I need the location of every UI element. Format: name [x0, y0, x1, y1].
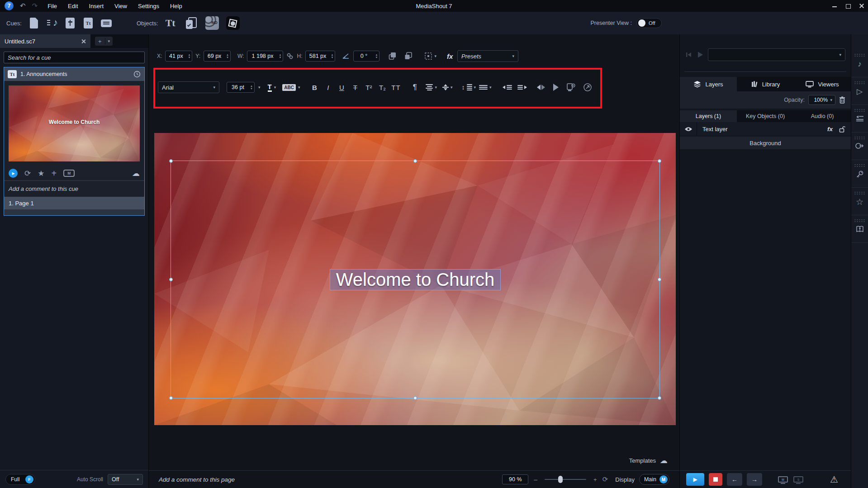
next-slide-button[interactable]: →	[747, 473, 762, 486]
resize-handle-bottom-right[interactable]	[658, 396, 661, 400]
cue-add-icon[interactable]: +	[52, 168, 57, 179]
menu-file[interactable]: File	[47, 3, 57, 9]
h-spinner[interactable]: ▲▼	[330, 54, 335, 59]
resize-handle-top-center[interactable]	[413, 159, 417, 163]
undo-icon[interactable]: ↶	[20, 2, 26, 10]
superscript-button[interactable]: T²	[363, 81, 374, 93]
templates-button[interactable]: Templates ☁	[629, 456, 668, 465]
unlock-icon[interactable]	[839, 126, 845, 133]
selection-mode-button[interactable]: ▾	[424, 52, 436, 60]
flip-horizontal-button[interactable]	[537, 85, 545, 90]
font-family-select[interactable]: Arial ▾	[158, 81, 219, 93]
dock-audio-panel[interactable]: ♪	[851, 50, 868, 77]
outdent-button[interactable]	[503, 85, 512, 90]
presets-select[interactable]: Presets ▾	[457, 50, 518, 62]
refresh-zoom-icon[interactable]: ⟳	[602, 475, 608, 483]
font-size-dropdown-icon[interactable]: ▾	[258, 85, 261, 90]
dock-playlist-panel[interactable]	[851, 105, 868, 133]
new-script-button[interactable]: + ▾	[95, 37, 113, 46]
layer-fx-button[interactable]: fx	[827, 126, 833, 133]
close-tab-icon[interactable]	[81, 39, 86, 44]
bold-button[interactable]: B	[309, 81, 320, 93]
tab-layers[interactable]: Layers	[680, 77, 737, 91]
resize-handle-bottom-center[interactable]	[413, 396, 417, 400]
rotation-spinner[interactable]: ▲▼	[374, 54, 379, 59]
font-size-spinner[interactable]: ▲▼	[249, 85, 254, 90]
drag-grip[interactable]	[854, 53, 866, 57]
link-dimensions-icon[interactable]	[286, 52, 294, 60]
all-caps-button[interactable]: TT	[390, 81, 401, 93]
stop-button[interactable]	[709, 473, 722, 486]
resize-handle-top-left[interactable]	[169, 159, 173, 163]
cue-favorite-icon[interactable]: ★	[38, 169, 44, 178]
display-target-select[interactable]: Main M	[639, 474, 669, 485]
cue-thumbnail[interactable]: Welcome to Church	[9, 85, 140, 161]
menu-edit[interactable]: Edit	[68, 3, 78, 9]
fire-slide-button[interactable]: ▶	[686, 473, 704, 486]
flip-vertical-button[interactable]	[553, 84, 559, 91]
opacity-select[interactable]: 100% ▾	[808, 95, 835, 105]
resize-handle-bottom-left[interactable]	[169, 396, 173, 400]
menu-help[interactable]: Help	[170, 3, 182, 9]
add-comment-cue-button[interactable]	[100, 15, 113, 31]
resize-handle-middle-right[interactable]	[658, 278, 661, 281]
add-media-object-button[interactable]	[226, 15, 240, 31]
layer-visibility-toggle[interactable]	[680, 122, 697, 136]
add-audio-cue-button[interactable]: ♪	[45, 15, 59, 31]
font-size-input[interactable]: 36 pt ▲▼	[227, 82, 255, 93]
drag-grip[interactable]	[854, 136, 866, 139]
w-input[interactable]: 1 198 px ▲▼	[247, 51, 283, 62]
minimize-button[interactable]	[832, 3, 837, 9]
subtab-layers[interactable]: Layers (1)	[680, 110, 737, 122]
drag-grip[interactable]	[854, 164, 866, 167]
italic-button[interactable]: I	[323, 81, 333, 93]
line-spacing-button[interactable]: ↕ ▾	[462, 84, 476, 91]
warning-icon[interactable]: ⚠	[830, 474, 838, 485]
dock-play-panel[interactable]: ▷	[851, 77, 868, 105]
subtab-key-objects[interactable]: Key Objects (0)	[737, 110, 794, 122]
dock-link-panel[interactable]	[851, 133, 868, 160]
h-input[interactable]: 581 px ▲▼	[305, 51, 335, 62]
add-object-stack-button[interactable]	[185, 15, 198, 31]
drag-grip[interactable]	[854, 191, 866, 194]
add-text-cue-button[interactable]: Tt	[81, 15, 95, 31]
underline-button[interactable]: U	[336, 81, 347, 93]
highlight-color-button[interactable]: ABC ▾	[282, 84, 300, 91]
cue-search-input[interactable]	[4, 52, 145, 63]
bring-forward-icon[interactable]	[388, 52, 397, 61]
slider-thumb[interactable]	[558, 476, 563, 483]
cue-item-announcements[interactable]: Tt 1. Announcements	[4, 67, 145, 216]
stage-display-toggle[interactable]: S	[793, 475, 804, 484]
cue-page-item[interactable]: 1. Page 1	[4, 197, 144, 209]
list-button[interactable]: ▾	[481, 85, 492, 90]
zoom-slider[interactable]	[545, 476, 586, 483]
rotation-input[interactable]: 0 ° ▲▼	[353, 51, 379, 62]
paragraph-marks-button[interactable]: ¶	[409, 81, 420, 93]
plus-icon[interactable]: +	[95, 38, 105, 45]
text-align-button[interactable]: ▾	[426, 84, 437, 90]
zoom-out-button[interactable]: –	[534, 476, 537, 483]
full-screen-toggle[interactable]: Full F	[5, 474, 35, 485]
delete-layer-icon[interactable]	[839, 96, 845, 104]
page-comment-field[interactable]: Add a comment to this page	[159, 476, 235, 483]
menu-view[interactable]: View	[114, 3, 127, 9]
tab-viewers[interactable]: Viewers	[794, 77, 851, 91]
y-input[interactable]: 69 px ▲▼	[204, 51, 231, 62]
resize-handle-top-right[interactable]	[658, 159, 661, 163]
add-text-object-button[interactable]: Tt	[164, 15, 177, 31]
send-backward-icon[interactable]	[404, 52, 413, 61]
new-script-dropdown-icon[interactable]: ▾	[105, 39, 113, 43]
cue-comment-field[interactable]: Add a comment to this cue	[4, 180, 144, 197]
cue-play-button[interactable]: ▶	[9, 169, 18, 178]
play-transition-icon[interactable]	[696, 51, 704, 59]
dock-bible-panel[interactable]	[851, 215, 868, 243]
font-color-button[interactable]: T ▾	[268, 83, 276, 92]
dock-keys-panel[interactable]	[851, 160, 868, 188]
layer-item-text[interactable]: Text layer fx	[680, 122, 851, 136]
previous-slide-button[interactable]: ←	[727, 473, 742, 486]
x-spinner[interactable]: ▲▼	[186, 54, 192, 59]
drag-grip[interactable]	[854, 81, 866, 84]
object-fx-button[interactable]: fx	[447, 52, 453, 60]
add-blank-cue-button[interactable]	[27, 15, 41, 31]
tab-library[interactable]: Library	[737, 77, 794, 91]
